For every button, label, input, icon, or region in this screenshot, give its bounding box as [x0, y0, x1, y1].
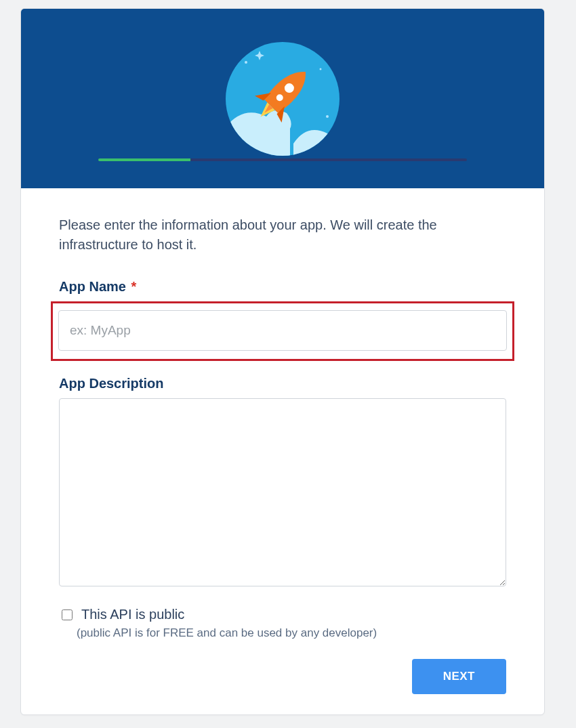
- svg-point-2: [245, 61, 247, 64]
- app-name-label-text: App Name: [59, 279, 126, 294]
- app-setup-card: Please enter the information about your …: [20, 8, 545, 715]
- progress-fill: [98, 158, 190, 161]
- svg-point-3: [320, 68, 322, 70]
- next-button[interactable]: NEXT: [412, 659, 506, 694]
- required-marker: *: [131, 279, 136, 294]
- intro-text: Please enter the information about your …: [59, 215, 506, 255]
- form-body: Please enter the information about your …: [21, 188, 544, 714]
- app-name-input[interactable]: [58, 310, 507, 351]
- app-description-input[interactable]: [59, 398, 506, 586]
- app-name-label: App Name *: [59, 279, 506, 295]
- app-description-label: App Description: [59, 376, 506, 391]
- hero-banner: [21, 9, 544, 188]
- app-name-highlight: [51, 301, 514, 361]
- public-api-label: This API is public: [81, 607, 184, 622]
- svg-point-4: [326, 115, 329, 118]
- public-api-note: (public API is for FREE and can be used …: [77, 626, 506, 640]
- rocket-icon: [226, 42, 340, 156]
- progress-bar: [98, 158, 467, 161]
- public-api-checkbox[interactable]: [62, 609, 73, 620]
